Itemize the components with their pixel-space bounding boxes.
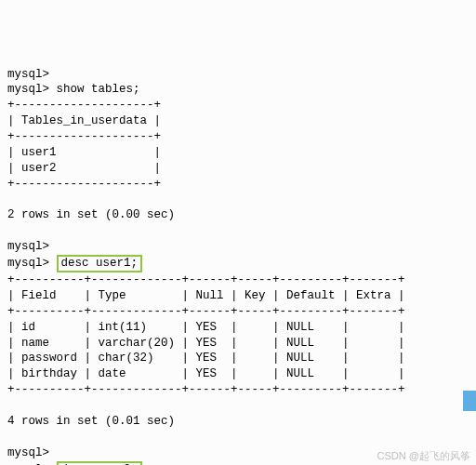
- scrollbar-thumb[interactable]: [463, 391, 476, 411]
- table-border: +--------------------+: [7, 178, 161, 191]
- table-row: | name | varchar(20) | YES | | NULL | |: [7, 337, 405, 350]
- command-show-tables: mysql> show tables;: [7, 83, 140, 96]
- highlighted-command-desc-user1: desc user1;: [57, 255, 143, 272]
- result-summary: 4 rows in set (0.01 sec): [7, 415, 175, 428]
- table-row: | password | char(32) | YES | | NULL | |: [7, 352, 405, 365]
- table-border: +----------+-------------+------+-----+-…: [7, 383, 405, 396]
- table-header-row: | Tables_in_userdata |: [7, 114, 161, 127]
- table-row: | user2 |: [7, 162, 161, 175]
- table-border: +----------+-------------+------+-----+-…: [7, 273, 405, 286]
- table-border: +----------+-------------+------+-----+-…: [7, 305, 405, 318]
- prompt-line: mysql>: [7, 68, 49, 81]
- watermark-text: CSDN @起飞的风筝: [377, 449, 470, 463]
- table-row: | id | int(11) | YES | | NULL | |: [7, 321, 405, 334]
- table-border: +--------------------+: [7, 99, 161, 112]
- table-header-row: | Field | Type | Null | Key | Default | …: [7, 289, 405, 302]
- table-border: +--------------------+: [7, 130, 161, 143]
- highlighted-command-desc-user2: desc user2;: [57, 461, 143, 466]
- table-row: | birthday | date | YES | | NULL | |: [7, 367, 405, 380]
- table-row: | user1 |: [7, 146, 161, 159]
- prompt-line: mysql>: [7, 240, 49, 253]
- result-summary: 2 rows in set (0.00 sec): [7, 208, 175, 221]
- prompt-line: mysql>: [7, 446, 49, 459]
- prompt-line: mysql>: [7, 257, 49, 270]
